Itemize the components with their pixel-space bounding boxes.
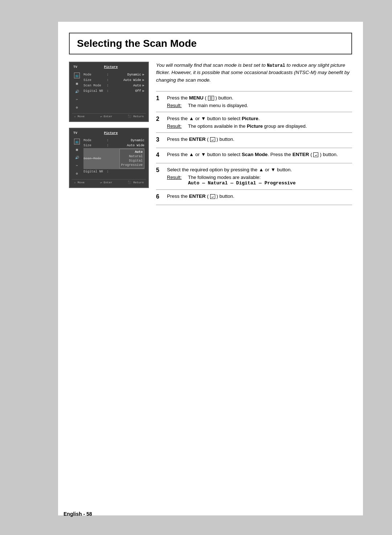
result-text-2: The options available in the Picture gro… bbox=[188, 123, 307, 129]
picture-label-1: Picture bbox=[77, 65, 144, 69]
tv-row-dnr: Digital NR : Off ▶ bbox=[83, 88, 144, 94]
tv2-row-size: Size : Auto Wide bbox=[83, 143, 144, 148]
result-label-5: Result: bbox=[167, 175, 185, 186]
step-main-6: Press the ENTER ( ↵ ) button. bbox=[167, 193, 352, 199]
step-main-4: Press the ▲ or ▼ button to select Scan M… bbox=[167, 152, 352, 157]
page-footer: English - 58 bbox=[64, 511, 92, 517]
tv-footer-1: ⬦ Move ↵ Enter ⬛ Return bbox=[72, 113, 146, 119]
step-1: 1 Press the MENU ( ☰ ) button. Result: T… bbox=[156, 91, 352, 112]
tv-icons-2: 📺 ▦ 🔊 ✂ ⚙ bbox=[72, 137, 82, 178]
tv-row-scan: Scan Mode : Auto ▶ bbox=[83, 83, 144, 88]
step-main-3: Press the ENTER ( ↵ ) button. bbox=[167, 136, 352, 142]
step-main-2: Press the ▲ or ▼ button to select Pictur… bbox=[167, 116, 352, 121]
tv-return-label: ⬛ Return bbox=[128, 115, 144, 118]
tv-icon2-scissors: ✂ bbox=[74, 163, 80, 168]
page-title: Selecting the Scan Mode bbox=[77, 38, 344, 49]
page-content: Selecting the Scan Mode TV Picture 📺 ▦ 🔊… bbox=[58, 22, 363, 515]
result-label-2: Result: bbox=[167, 123, 185, 129]
picture-label-2: Picture bbox=[77, 131, 144, 135]
tv-icons-1: 📺 ▦ 🔊 ✂ ⚙ bbox=[72, 71, 82, 112]
tv-icon2-sound: 🔊 bbox=[74, 155, 80, 160]
step-2: 2 Press the ▲ or ▼ button to select Pict… bbox=[156, 112, 352, 132]
tv-icon-scissors: ✂ bbox=[74, 97, 80, 102]
tv2-move-label: ⬦ Move bbox=[74, 181, 85, 184]
step-num-3: 3 bbox=[156, 136, 167, 144]
step-content-5: Select the required option by pressing t… bbox=[167, 167, 352, 186]
tv-icon-tv: 📺 bbox=[74, 73, 80, 78]
tv-footer-2: ⬦ Move ↵ Enter ⬛ Return bbox=[72, 179, 146, 185]
result-label-1: Result: bbox=[167, 103, 185, 108]
dd-auto: Auto bbox=[121, 150, 143, 154]
dd-digital: Digital bbox=[121, 159, 143, 163]
dd-progressive: Progressive bbox=[121, 163, 143, 167]
tv-row-mode: Mode : Dynamic ▶ bbox=[83, 72, 144, 77]
tv-icon-settings: ⚙ bbox=[74, 105, 80, 110]
tv-row-size: Size : Auto Wide ▶ bbox=[83, 77, 144, 83]
result-text-1: The main menu is displayed. bbox=[188, 103, 248, 108]
tv-screen-2: TV Picture 📺 ▦ 🔊 ✂ ⚙ Mode : bbox=[69, 128, 149, 188]
steps-list: 1 Press the MENU ( ☰ ) button. Result: T… bbox=[156, 91, 352, 205]
tv2-enter-label: ↵ Enter bbox=[100, 181, 113, 184]
step-main-5: Select the required option by pressing t… bbox=[167, 167, 352, 172]
main-content: TV Picture 📺 ▦ 🔊 ✂ ⚙ Mode : bbox=[58, 62, 363, 205]
step-num-4: 4 bbox=[156, 152, 167, 159]
step-num-6: 6 bbox=[156, 193, 167, 201]
natural-code: Natural bbox=[267, 63, 285, 68]
step-4: 4 Press the ▲ or ▼ button to select Scan… bbox=[156, 148, 352, 163]
tv2-row-mode: Mode : Dynamic bbox=[83, 138, 144, 143]
footer-text: English - 58 bbox=[64, 511, 92, 517]
tv-icon2-tv: 📺 bbox=[74, 139, 80, 144]
tv-label-2: TV bbox=[73, 131, 77, 135]
tv2-row-scan: Scan Mode Auto Natural Digital Progressi… bbox=[83, 148, 144, 169]
tv-move-label: ⬦ Move bbox=[74, 115, 85, 118]
tv-label-1: TV bbox=[73, 65, 77, 69]
step-num-1: 1 bbox=[156, 95, 167, 108]
step-content-4: Press the ▲ or ▼ button to select Scan M… bbox=[167, 152, 352, 159]
step-num-5: 5 bbox=[156, 167, 167, 186]
tv-enter-label: ↵ Enter bbox=[100, 115, 113, 118]
right-column: You will normally find that scan mode is… bbox=[156, 62, 352, 205]
left-column: TV Picture 📺 ▦ 🔊 ✂ ⚙ Mode : bbox=[69, 62, 149, 205]
tv2-row-dnr: Digital NR : bbox=[83, 169, 144, 174]
intro-paragraph: You will normally find that scan mode is… bbox=[156, 62, 352, 84]
modes-line: Auto — Natural — Digital — Progressive bbox=[188, 180, 295, 186]
step-content-1: Press the MENU ( ☰ ) button. Result: The… bbox=[167, 95, 352, 108]
step-3: 3 Press the ENTER ( ↵ ) button. bbox=[156, 132, 352, 148]
tv-menu-rows-2: Mode : Dynamic Size : Auto Wide Scan Mod… bbox=[82, 137, 146, 178]
tv-icon2-settings: ⚙ bbox=[74, 171, 80, 176]
dd-natural: Natural bbox=[121, 154, 143, 159]
tv-icon2-screen: ▦ bbox=[74, 147, 80, 152]
step-result-2: Result: The options available in the Pic… bbox=[167, 123, 352, 129]
step-content-3: Press the ENTER ( ↵ ) button. bbox=[167, 136, 352, 144]
step-main-1: Press the MENU ( ☰ ) button. bbox=[167, 95, 352, 101]
result-text-5: The following modes are available: Auto … bbox=[188, 175, 295, 186]
tv-menu-rows-1: Mode : Dynamic ▶ Size : Auto Wide ▶ bbox=[82, 71, 146, 112]
step-5: 5 Select the required option by pressing… bbox=[156, 163, 352, 189]
tv-dropdown: Auto Natural Digital Progressive bbox=[119, 149, 144, 168]
title-bar: Selecting the Scan Mode bbox=[69, 33, 352, 54]
step-result-1: Result: The main menu is displayed. bbox=[167, 103, 352, 108]
step-result-5: Result: The following modes are availabl… bbox=[167, 175, 352, 186]
step-content-2: Press the ▲ or ▼ button to select Pictur… bbox=[167, 116, 352, 129]
step-6: 6 Press the ENTER ( ↵ ) button. bbox=[156, 189, 352, 205]
tv-icon-screen: ▦ bbox=[74, 81, 80, 86]
tv2-return-label: ⬛ Return bbox=[128, 181, 144, 184]
tv-screen-1: TV Picture 📺 ▦ 🔊 ✂ ⚙ Mode : bbox=[69, 62, 149, 122]
step-num-2: 2 bbox=[156, 116, 167, 129]
step-content-6: Press the ENTER ( ↵ ) button. bbox=[167, 193, 352, 201]
tv-icon-sound: 🔊 bbox=[74, 89, 80, 94]
